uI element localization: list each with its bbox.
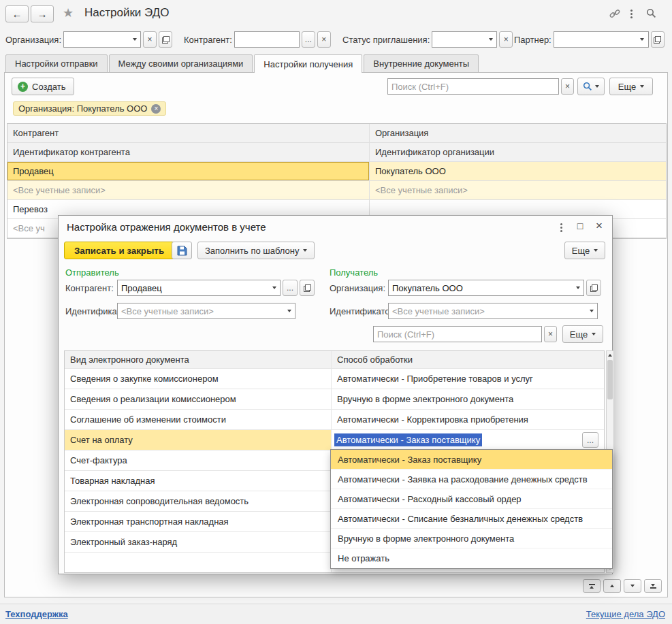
save-and-close-button[interactable]: Записать и закрыть <box>64 242 174 259</box>
table-row[interactable]: <Все учетные записи> <Все учетные записи… <box>7 181 666 200</box>
cell-organization-id[interactable]: <Все учетные записи> <box>370 181 666 199</box>
global-search-icon[interactable] <box>646 8 657 19</box>
dropdown-item[interactable]: Автоматически - Списание безналичных ден… <box>331 509 612 529</box>
go-to-bottom-button[interactable] <box>644 579 662 593</box>
cell-processing-method[interactable]: Автоматически - Приобретение товаров и у… <box>332 369 604 389</box>
partner-open-button[interactable] <box>651 31 665 48</box>
dialog-menu-icon[interactable] <box>554 220 569 234</box>
tab-receive-settings[interactable]: Настройки получения <box>254 54 362 73</box>
dialog-search-input[interactable] <box>374 327 541 342</box>
dropdown-item[interactable]: Автоматически - Заявка на расходование д… <box>331 470 612 489</box>
current-edo-tasks-link[interactable]: Текущие дела ЭДО <box>586 609 665 619</box>
list-search-input[interactable] <box>388 79 558 94</box>
tab-internal-documents[interactable]: Внутренние документы <box>364 54 479 73</box>
tab-between-organizations[interactable]: Между своими организациями <box>109 54 253 73</box>
organization-filter-label: Организация: <box>5 35 61 45</box>
create-button[interactable]: + Создать <box>12 78 74 95</box>
chevron-down-icon[interactable] <box>268 280 280 295</box>
organization-open-button[interactable] <box>159 31 172 48</box>
go-to-top-button[interactable] <box>583 579 601 593</box>
dialog-close-icon[interactable]: × <box>592 218 607 233</box>
list-search-options-button[interactable] <box>577 78 605 95</box>
counterparty-clear-button[interactable]: × <box>317 31 331 48</box>
partner-filter-field <box>554 31 649 48</box>
cell-counterparty[interactable]: Продавец <box>7 162 370 180</box>
close-icon: × <box>504 35 509 44</box>
column-header-document-type[interactable]: Вид электронного документа <box>65 351 332 368</box>
invite-status-filter-input[interactable] <box>432 32 485 47</box>
cell-document-type[interactable]: Счет-фактура <box>65 450 332 470</box>
organization-clear-button[interactable]: × <box>143 31 157 48</box>
vertical-dots-icon <box>560 227 562 229</box>
chevron-down-icon[interactable] <box>572 280 583 295</box>
dialog-more-button[interactable]: Еще <box>564 242 605 259</box>
column-header-processing-method[interactable]: Способ обработки <box>332 351 604 368</box>
column-header-organization[interactable]: Организация <box>370 124 666 142</box>
chevron-down-icon[interactable] <box>485 32 496 47</box>
counterparty-input[interactable] <box>118 280 268 295</box>
cell-processing-method[interactable]: Автоматически - Корректировка приобретен… <box>332 410 604 429</box>
column-header-counterparty[interactable]: Контрагент <box>7 124 370 142</box>
counterparty-choose-button[interactable]: ... <box>283 280 298 296</box>
list-more-button[interactable]: Еще <box>609 78 653 95</box>
list-search-clear-button[interactable]: × <box>561 78 574 95</box>
dialog-table-more-button[interactable]: Еще <box>562 325 603 343</box>
chevron-down-icon[interactable] <box>283 303 295 318</box>
dropdown-item[interactable]: Не отражать <box>331 548 612 568</box>
cell-organization[interactable]: Покупатель ООО <box>370 162 666 180</box>
dialog-maximize-icon[interactable]: □ <box>573 218 588 233</box>
cell-counterparty-id[interactable]: <Все учетные записи> <box>7 181 370 199</box>
page-up-button[interactable] <box>603 579 621 593</box>
cell-document-type[interactable]: Счет на оплату <box>65 430 332 450</box>
chevron-down-icon[interactable] <box>586 303 597 318</box>
dialog-search-clear-button[interactable]: × <box>544 326 557 342</box>
cell-document-type[interactable]: Сведения о реализации комиссионером <box>65 389 332 409</box>
cell-document-type[interactable]: Товарная накладная <box>65 471 332 491</box>
chip-close-icon[interactable]: × <box>151 104 161 114</box>
organization-filter-input[interactable] <box>64 32 129 47</box>
table-row-selected[interactable]: Счет на оплату Автоматически - Заказ пос… <box>65 430 604 450</box>
fill-by-template-button[interactable]: Заполнить по шаблону <box>197 242 315 259</box>
processing-method-dropdown: Автоматически - Заказ поставщику Автомат… <box>330 449 613 569</box>
dropdown-item[interactable]: Вручную в форме электронного документа <box>331 529 612 548</box>
cell-document-type[interactable]: Сведения о закупке комиссионером <box>65 369 332 389</box>
table-row[interactable]: Продавец Покупатель ООО <box>7 162 666 181</box>
favorite-star-icon[interactable]: ★ <box>63 5 74 20</box>
back-button[interactable]: ← <box>5 5 29 22</box>
cell-document-type[interactable]: Электронный заказ-наряд <box>65 532 332 552</box>
scrollbar-thumb[interactable] <box>607 360 613 399</box>
cell-processing-method[interactable]: Вручную в форме электронного документа <box>332 389 604 409</box>
column-header-counterparty-id[interactable]: Идентификатор контрагента <box>7 143 370 161</box>
organization-filter-chip[interactable]: Организация: Покупатель ООО × <box>13 101 166 116</box>
table-row[interactable]: Соглашение об изменении стоимости Автома… <box>65 410 604 430</box>
chevron-down-icon[interactable] <box>129 32 140 47</box>
page-down-button[interactable] <box>624 579 641 593</box>
tech-support-link[interactable]: Техподдержка <box>5 609 68 619</box>
chevron-down-icon[interactable] <box>637 32 648 47</box>
receiver-identifier-input[interactable] <box>389 303 586 318</box>
link-icon[interactable] <box>609 8 620 19</box>
tab-send-settings[interactable]: Настройки отправки <box>5 54 108 73</box>
dropdown-item[interactable]: Автоматически - Расходный кассовый ордер <box>331 489 612 509</box>
more-menu-icon[interactable] <box>626 8 637 19</box>
forward-button[interactable]: → <box>31 5 54 22</box>
dropdown-item-selected[interactable]: Автоматически - Заказ поставщику <box>331 450 612 470</box>
invite-status-clear-button[interactable]: × <box>499 31 513 48</box>
partner-filter-input[interactable] <box>554 32 637 47</box>
cell-document-type[interactable]: Электронная сопроводительная ведомость <box>65 491 332 511</box>
counterparty-filter-input[interactable] <box>235 32 299 47</box>
cell-document-type[interactable]: Электронная транспортная накладная <box>65 512 332 531</box>
sender-identifier-input[interactable] <box>118 303 283 318</box>
choose-method-button[interactable]: ... <box>582 432 598 448</box>
organization-input[interactable] <box>389 280 572 295</box>
column-header-organization-id[interactable]: Идентификатор организации <box>370 143 666 161</box>
table-row[interactable]: Сведения о закупке комиссионером Автомат… <box>65 369 604 389</box>
organization-open-button[interactable] <box>586 280 601 296</box>
processing-method-edit-cell[interactable]: Автоматически - Заказ поставщику ... <box>332 430 604 450</box>
counterparty-choose-button[interactable]: ... <box>302 31 315 48</box>
cell-document-type[interactable]: Соглашение об изменении стоимости <box>65 410 332 429</box>
counterparty-open-button[interactable] <box>300 280 315 296</box>
save-button[interactable] <box>172 242 192 259</box>
scroll-up-icon[interactable] <box>607 351 613 359</box>
table-row[interactable]: Сведения о реализации комиссионером Вруч… <box>65 389 604 410</box>
